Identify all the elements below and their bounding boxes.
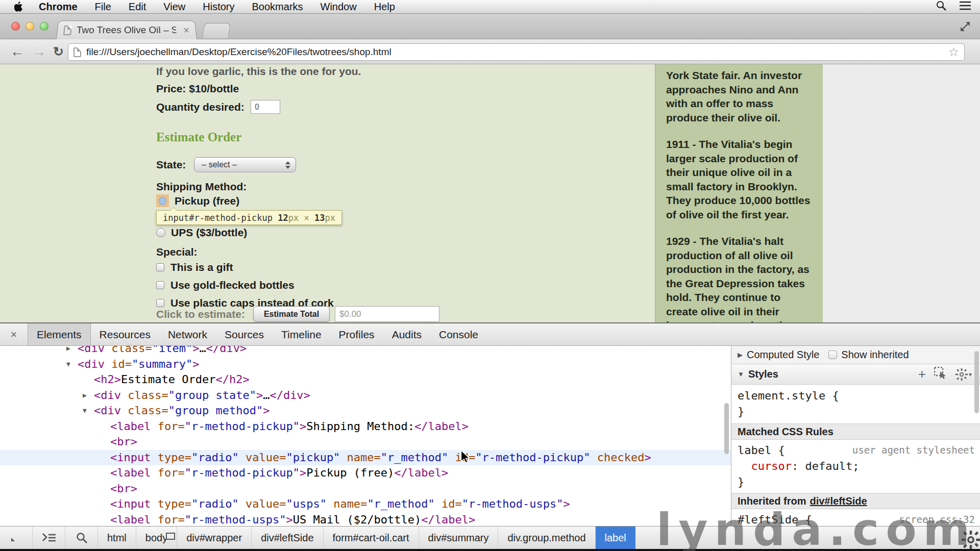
- menu-item-help[interactable]: Help: [365, 1, 404, 13]
- computed-style-section[interactable]: ▶ Computed Style Show inherited: [731, 346, 980, 364]
- devtools-tab-timeline[interactable]: Timeline: [273, 323, 330, 345]
- menu-item-edit[interactable]: Edit: [120, 1, 155, 13]
- checkbox-1[interactable]: [156, 281, 164, 289]
- url-text[interactable]: file:///Users/joechellman/Desktop/Exerci…: [86, 46, 944, 58]
- inherited-link[interactable]: div#leftSide: [810, 495, 867, 507]
- radio-pickup-label[interactable]: Pickup (free): [175, 195, 239, 207]
- dom-tree-row[interactable]: <br>: [0, 481, 731, 497]
- quantity-input[interactable]: 0: [251, 100, 280, 114]
- select-stepper-icon: [285, 161, 290, 169]
- dom-tree-row[interactable]: <br>: [0, 434, 731, 450]
- menu-item-file[interactable]: File: [86, 1, 120, 13]
- expanded-arrow-icon[interactable]: ▼: [83, 403, 87, 419]
- expanded-arrow-icon[interactable]: ▼: [66, 357, 70, 372]
- styles-label: Styles: [748, 368, 778, 380]
- history-paragraph: 1911 - The Vitalia's begin larger scale …: [666, 137, 814, 221]
- element-style-block[interactable]: element.style { }: [731, 385, 980, 423]
- menu-item-view[interactable]: View: [155, 1, 194, 13]
- devtools-tab-network[interactable]: Network: [159, 323, 216, 345]
- expanded-arrow-icon: ▼: [738, 370, 744, 378]
- breadcrumb-label[interactable]: label: [596, 527, 635, 549]
- breadcrumb-div-group-method[interactable]: div.group.method: [498, 527, 595, 549]
- devtools-tab-profiles[interactable]: Profiles: [330, 323, 383, 345]
- console-drawer-icon[interactable]: [33, 527, 65, 549]
- browser-tab[interactable]: Two Trees Olive Oil – Shop ×: [56, 20, 197, 39]
- dom-tree-row[interactable]: <input type="radio" value="usps" name="r…: [0, 496, 731, 512]
- dom-tree-row[interactable]: <label for="r-method-pickup">Shipping Me…: [0, 419, 731, 435]
- search-icon[interactable]: [65, 527, 98, 549]
- checkbox-row[interactable]: Use gold-flecked bottles: [156, 278, 334, 292]
- history-paragraph: York State fair. An investor approaches …: [666, 68, 814, 124]
- estimate-cta-label: Click to estimate:: [156, 308, 253, 320]
- bookmark-star-icon[interactable]: ☆: [948, 45, 959, 59]
- dom-tree-row[interactable]: <input type="radio" value="pickup" name=…: [0, 450, 731, 466]
- window-resize-icon[interactable]: [959, 20, 972, 35]
- checkbox-row[interactable]: This is a gift: [156, 260, 334, 274]
- elements-scrollbar[interactable]: [724, 403, 729, 454]
- zoom-window-button[interactable]: [40, 22, 48, 31]
- inspect-tooltip: input#r-method-pickup 12px × 13px: [156, 210, 342, 225]
- estimate-order-heading: Estimate Order: [156, 130, 241, 144]
- devtools-elements-panel[interactable]: ▶<div class="item">…</div>▼<div id="summ…: [0, 346, 731, 526]
- devtools-close-icon[interactable]: ×: [0, 323, 28, 345]
- notification-center-icon[interactable]: [960, 1, 971, 13]
- show-inherited-checkbox[interactable]: [828, 350, 837, 359]
- breadcrumb-div-leftSide[interactable]: div#leftSide: [252, 527, 323, 549]
- radio-pickup[interactable]: [159, 197, 166, 205]
- dom-tree-row[interactable]: ▶<div class="item">…</div>: [0, 346, 731, 357]
- special-label: Special:: [156, 246, 198, 258]
- forward-button[interactable]: →: [32, 44, 46, 60]
- styles-settings-gear-icon[interactable]: ▾: [955, 368, 972, 381]
- spotlight-search-icon[interactable]: [936, 1, 946, 13]
- dock-toggle-icon[interactable]: [0, 527, 33, 549]
- label-rule[interactable]: label { user agent stylesheet cursor: de…: [731, 440, 980, 493]
- collapsed-arrow-icon[interactable]: ▶: [83, 388, 87, 404]
- checkbox-label[interactable]: Use gold-flecked bottles: [170, 279, 295, 291]
- collapsed-arrow-icon[interactable]: ▶: [66, 346, 70, 357]
- dom-tree-row[interactable]: <label for="r-method-usps">US Mail ($2/b…: [0, 512, 731, 527]
- devtools-tab-sources[interactable]: Sources: [216, 323, 273, 345]
- devtools-tab-resources[interactable]: Resources: [91, 323, 159, 345]
- dom-tree-row[interactable]: ▶<div class="group state">…</div>: [0, 388, 731, 404]
- dom-tree-row[interactable]: <h2>Estimate Order</h2>: [0, 372, 731, 388]
- menu-item-window[interactable]: Window: [312, 1, 365, 13]
- breadcrumb-div-summary[interactable]: div#summary: [419, 527, 499, 549]
- inspect-highlight: [156, 194, 169, 207]
- leftside-rule[interactable]: #leftSide { screen.css:32: [731, 509, 980, 526]
- styles-scrollbar[interactable]: [974, 351, 979, 413]
- dom-tree-row[interactable]: <label for="r-method-pickup">Pickup (fre…: [0, 465, 731, 481]
- player-settings-gear-icon[interactable]: [962, 531, 980, 551]
- radio-ups-label[interactable]: UPS ($3/bottle): [171, 227, 247, 239]
- back-button[interactable]: ←: [10, 44, 24, 60]
- checkbox-0[interactable]: [156, 263, 164, 271]
- element-state-icon[interactable]: [934, 367, 947, 382]
- new-style-rule-icon[interactable]: +: [918, 366, 926, 382]
- close-window-button[interactable]: [11, 22, 20, 31]
- reload-button[interactable]: ↻: [53, 44, 64, 59]
- devtools-tab-console[interactable]: Console: [430, 323, 487, 345]
- breadcrumb-html[interactable]: html: [98, 527, 136, 549]
- checkbox-label[interactable]: This is a gift: [170, 261, 233, 273]
- estimate-total-button[interactable]: Estimate Total: [253, 306, 330, 322]
- show-inherited-label[interactable]: Show inherited: [841, 349, 909, 361]
- radio-ups[interactable]: [156, 228, 165, 237]
- dom-tree-row[interactable]: ▼<div id="summary">: [0, 357, 731, 372]
- menu-item-bookmarks[interactable]: Bookmarks: [243, 1, 312, 13]
- rule-origin: user agent stylesheet: [852, 442, 975, 458]
- inherited-from-header: Inherited from div#leftSide: [731, 493, 980, 509]
- menu-item-history[interactable]: History: [194, 1, 243, 13]
- devtools-tab-audits[interactable]: Audits: [383, 323, 430, 345]
- tab-close-icon[interactable]: ×: [183, 24, 190, 36]
- menu-item-chrome[interactable]: Chrome: [30, 1, 86, 13]
- new-tab-button[interactable]: [202, 23, 231, 38]
- minimize-window-button[interactable]: [26, 22, 34, 31]
- address-bar[interactable]: file:///Users/joechellman/Desktop/Exerci…: [68, 43, 965, 61]
- breadcrumb-form-cart-oil-cart[interactable]: form#cart-oil.cart: [324, 527, 419, 549]
- styles-section-header[interactable]: ▼ Styles + ▾: [731, 364, 980, 385]
- devtools-tab-elements[interactable]: Elements: [28, 323, 91, 345]
- breadcrumb-div-wrapper[interactable]: div#wrapper: [177, 527, 252, 549]
- apple-icon[interactable]: [14, 2, 23, 12]
- total-input[interactable]: $0.00: [335, 306, 439, 322]
- dom-tree-row[interactable]: ▼<div class="group method">: [0, 403, 731, 419]
- state-select[interactable]: – select –: [194, 157, 296, 172]
